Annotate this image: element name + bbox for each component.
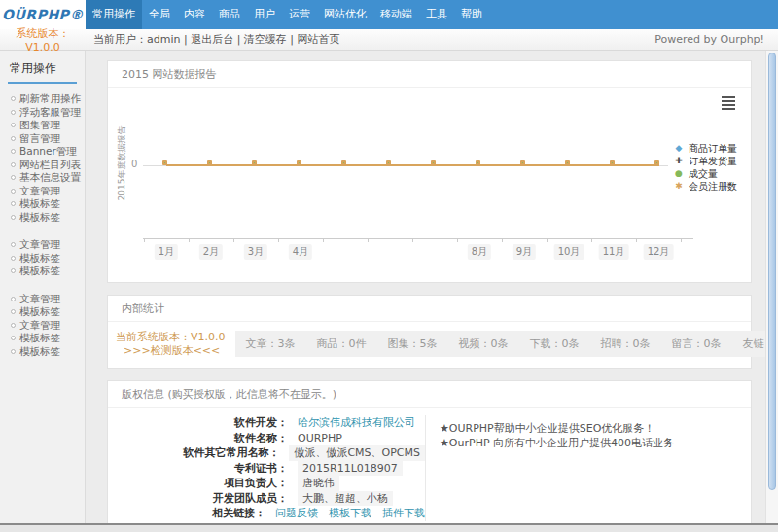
data-point-4月 (297, 160, 301, 165)
x-axis-tick (144, 238, 145, 242)
x-tick-label-8月: 8月 (468, 244, 491, 260)
legend-marker-icon: ✱ (671, 180, 687, 193)
legend-label: 商品订单量 (689, 142, 737, 155)
x-axis-tick (189, 238, 190, 242)
sidebar-item[interactable]: 留言管理 (0, 132, 85, 146)
bullet-icon (11, 96, 16, 101)
promo-note: ★OurPHP 向所有中小企业用户提供400电话业务 (440, 436, 751, 450)
sidebar-item[interactable]: 模板标签 (0, 211, 85, 225)
data-point-9月 (520, 160, 525, 165)
check-version-link[interactable]: >>>检测版本<<< (116, 344, 226, 358)
sidebar-item[interactable]: 浮动客服管理 (0, 106, 85, 120)
sidebar-item[interactable]: 模板标签 (0, 332, 85, 345)
sidebar-groups: 刷新常用操作浮动客服管理图集管理留言管理Banner管理网站栏目列表基本信息设置… (0, 92, 85, 358)
nav-item-3[interactable]: 商品 (212, 0, 247, 29)
copyright-notes: ★OURPHP帮助中小企业提供SEO优化服务！★OurPHP 向所有中小企业用户… (425, 415, 751, 521)
sidebar-item-label: 模板标签 (19, 305, 60, 319)
x-tick-label-2月: 2月 (199, 244, 223, 260)
stats-panel-title: 内部统计 (108, 296, 751, 322)
nav-item-8[interactable]: 工具 (419, 0, 454, 29)
sidebar-group-2: 文章管理模板标签文章管理模板标签模板标签 (0, 293, 85, 359)
bullet-icon (11, 215, 16, 220)
scrollbar[interactable] (765, 51, 778, 523)
nav-item-2[interactable]: 内容 (177, 0, 212, 29)
sidebar-item[interactable]: 基本信息设置 (0, 171, 85, 185)
x-axis-tick (368, 238, 369, 242)
stat-chip: 商品：0件 (306, 331, 377, 357)
nav-item-4[interactable]: 用户 (247, 0, 282, 29)
sidebar-item-label: Banner管理 (19, 145, 77, 159)
data-point-5月 (341, 160, 346, 165)
sidebar-item[interactable]: 模板标签 (0, 265, 85, 278)
x-axis-tick (278, 238, 279, 242)
copyright-row-value[interactable]: 哈尔滨伟成科技有限公司 (298, 415, 415, 431)
chart-panel-title: 2015 网站数据报告 (108, 61, 751, 88)
data-point-10月 (565, 160, 570, 165)
sidebar-item-label: 模板标签 (19, 197, 60, 211)
current-user-links[interactable]: 当前用户：admin | 退出后台 | 清空缓存 | 网站首页 (86, 32, 654, 47)
nav-item-0[interactable]: 常用操作 (86, 0, 142, 29)
sidebar-item[interactable]: 模板标签 (0, 345, 85, 359)
sidebar-item[interactable]: Banner管理 (0, 145, 85, 159)
sidebar-item[interactable]: 模板标签 (0, 305, 85, 319)
sidebar-item-label: 模板标签 (19, 211, 60, 225)
legend-item[interactable]: ✚订单发货量 (671, 155, 737, 167)
main-nav: 常用操作全局内容商品用户运营网站优化移动端工具帮助 (86, 0, 778, 29)
sidebar-item[interactable]: 文章管理 (0, 185, 85, 198)
data-point-6月 (386, 160, 391, 165)
sidebar-item[interactable]: 文章管理 (0, 293, 85, 306)
nav-item-7[interactable]: 移动端 (373, 0, 419, 29)
x-axis-tick (547, 238, 548, 242)
legend-item[interactable]: ◆商品订单量 (671, 142, 737, 155)
current-system-version: 当前系统版本：V1.0.0 (116, 331, 226, 344)
copyright-row-value: 2015R11L018907 (298, 461, 403, 477)
legend-item[interactable]: ●成交量 (671, 167, 737, 180)
legend-marker-icon: ◆ (671, 142, 687, 155)
sidebar-item[interactable]: 文章管理 (0, 319, 85, 333)
data-point-3月 (252, 160, 257, 165)
data-point-11月 (610, 160, 615, 165)
scrollbar-thumb[interactable] (768, 53, 776, 490)
data-point-12月 (654, 160, 659, 165)
stat-chip: 友链：1条 (732, 331, 765, 357)
legend-marker-icon: ✚ (671, 155, 687, 167)
x-tick-label-11月: 11月 (599, 244, 629, 260)
nav-item-5[interactable]: 运营 (282, 0, 317, 29)
data-point-8月 (476, 160, 480, 165)
nav-item-6[interactable]: 网站优化 (317, 0, 373, 29)
data-point-7月 (431, 160, 436, 165)
legend-label: 成交量 (689, 167, 718, 180)
y-axis-label: 2015年度数据报告 (116, 100, 127, 227)
stats-body: 当前系统版本：V1.0.0 >>>检测版本<<< 文章：3条商品：0件图集：5条… (108, 322, 751, 368)
sidebar-item-label: 模板标签 (19, 265, 60, 278)
sidebar-item[interactable]: 文章管理 (0, 238, 85, 252)
sidebar-item-label: 留言管理 (19, 132, 60, 146)
legend-item[interactable]: ✱会员注册数 (671, 180, 737, 193)
sidebar-item-label: 刷新常用操作 (19, 92, 81, 106)
sidebar-item[interactable]: 网站栏目列表 (0, 159, 85, 172)
sidebar-item[interactable]: 刷新常用操作 (0, 92, 85, 106)
copyright-row-value: 大鹏、超超、小杨 (298, 491, 393, 507)
data-point-2月 (207, 160, 212, 165)
stat-chip: 图集：5条 (377, 331, 448, 357)
copyright-panel-title: 版权信息 (购买授权版，此信息将不在显示。) (108, 381, 751, 408)
chart-menu-icon[interactable] (722, 96, 735, 112)
copyright-info-rows: 软件开发：哈尔滨伟成科技有限公司软件名称：OURPHP软件其它常用名称：傲派、傲… (108, 415, 425, 521)
sidebar-item-label: 文章管理 (19, 293, 60, 306)
nav-item-9[interactable]: 帮助 (454, 0, 489, 29)
sidebar-item[interactable]: 模板标签 (0, 252, 85, 266)
chart-panel: 2015 网站数据报告 2015年度数据报告 0 1月2月3月4月8月9月10月… (107, 60, 752, 283)
sidebar-item[interactable]: 图集管理 (0, 119, 85, 132)
sidebar: 常用操作 刷新常用操作浮动客服管理图集管理留言管理Banner管理网站栏目列表基… (0, 51, 86, 523)
bullet-icon (11, 136, 16, 141)
sidebar-item[interactable]: 模板标签 (0, 197, 85, 211)
nav-item-1[interactable]: 全局 (142, 0, 177, 29)
copyright-row-label: 软件开发： (118, 415, 288, 431)
bullet-icon (11, 242, 16, 247)
promo-note: ★OURPHP帮助中小企业提供SEO优化服务！ (440, 421, 751, 436)
sidebar-item-label: 模板标签 (19, 252, 60, 266)
copyright-row-value[interactable]: 问题反馈 - 模板下载 - 插件下载 (275, 506, 425, 521)
sidebar-group-0: 刷新常用操作浮动客服管理图集管理留言管理Banner管理网站栏目列表基本信息设置… (0, 92, 85, 224)
bullet-icon (11, 323, 16, 328)
copyright-row-label: 专利证书： (118, 461, 288, 477)
